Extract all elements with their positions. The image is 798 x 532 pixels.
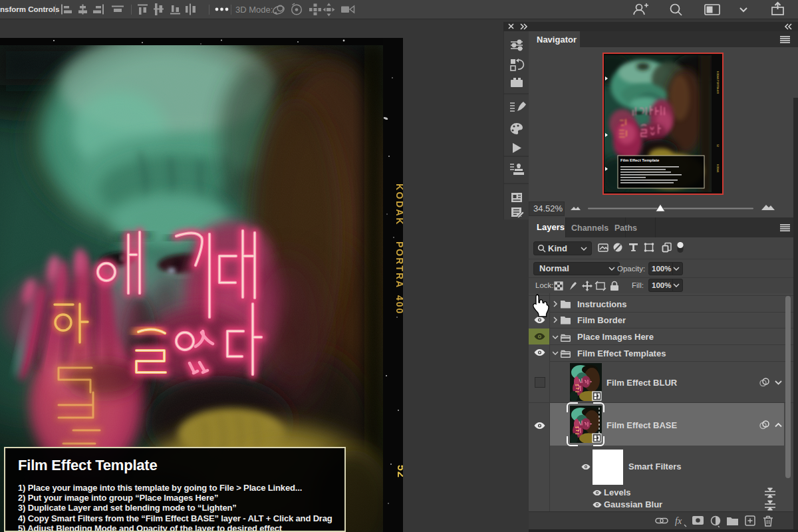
svg-text:fx: fx <box>675 516 682 526</box>
svg-text:KODAK: KODAK <box>394 184 403 226</box>
svg-text:400: 400 <box>394 295 403 315</box>
svg-text:KODAK PORTRA 400: KODAK PORTRA 400 <box>716 71 719 94</box>
svg-text:KODAK: KODAK <box>716 164 719 173</box>
svg-text:3D Mode:: 3D Mode: <box>235 5 273 15</box>
svg-text:PORTRA: PORTRA <box>394 241 403 289</box>
svg-text:52: 52 <box>716 144 719 147</box>
svg-text:52: 52 <box>396 465 403 478</box>
svg-text:Film Effect Template: Film Effect Template <box>620 158 660 162</box>
